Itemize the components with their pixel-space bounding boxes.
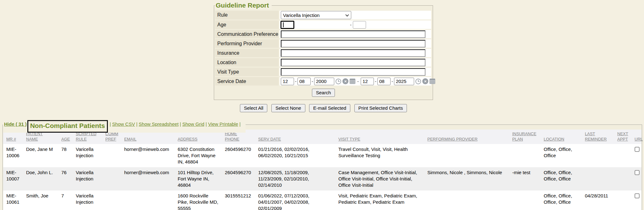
- communication-preference-label: Communication Preference: [215, 30, 279, 38]
- separator: |: [180, 121, 181, 127]
- age-to-input[interactable]: [353, 21, 366, 29]
- show-grid-link[interactable]: Show Grid: [182, 121, 204, 127]
- show-csv-link[interactable]: Show CSV: [112, 121, 135, 127]
- text-caret: [283, 22, 284, 27]
- print-selected-charts-button[interactable]: Print Selected Charts: [354, 104, 407, 112]
- cell-name: Doe, Jane M: [23, 144, 58, 167]
- communication-preference-input[interactable]: [281, 30, 425, 38]
- col-performing-provider[interactable]: PERFORMING PROVIDER: [424, 130, 509, 144]
- cell-rule: Varicella Injection: [73, 191, 102, 210]
- patients-table: MR # PATIENTNAME AGE SCRIPTEDRULE COMMPR…: [3, 130, 641, 210]
- select-all-button[interactable]: Select All: [240, 104, 268, 112]
- separator: |: [110, 121, 111, 127]
- service-date-from-day-input[interactable]: [297, 78, 311, 85]
- visit-type-input[interactable]: [281, 68, 425, 76]
- rule-label: Rule: [215, 11, 279, 19]
- col-last-reminder[interactable]: LASTREMINDER: [582, 130, 614, 144]
- calendar-icon[interactable]: [350, 79, 355, 84]
- age-label: Age: [215, 20, 279, 29]
- table-row: MIE-10061 Smith, Joe 7 Varicella Injecti…: [3, 191, 641, 210]
- cell-last-reminder: [582, 144, 614, 167]
- cell-insurance: [509, 144, 541, 167]
- cell-insurance: -mie test: [509, 167, 541, 191]
- cell-email: horner@mieweb.com: [121, 167, 175, 191]
- cell-age: 76: [58, 167, 73, 191]
- col-location[interactable]: LOCATION: [541, 130, 582, 144]
- col-serv-date[interactable]: SERV DATE: [255, 130, 335, 144]
- cell-last-reminder: [582, 167, 614, 191]
- cell-phone: 2604596270: [222, 167, 255, 191]
- location-label: Location: [215, 58, 279, 67]
- col-visit-type[interactable]: VISIT TYPE: [335, 130, 424, 144]
- cell-comm-pref: [102, 191, 121, 210]
- selection-actions: Select All Select None E-mail Selected P…: [214, 104, 433, 112]
- location-input[interactable]: [281, 59, 425, 66]
- search-button[interactable]: Search: [312, 89, 335, 97]
- insurance-input[interactable]: [281, 49, 425, 57]
- service-date-to-month-input[interactable]: [361, 78, 374, 85]
- cell-address: 1600 Rockville Pike, Rockville MD, 55555: [175, 191, 222, 210]
- cell-visit-type: Case Management, Office Visit-Initial, O…: [335, 167, 424, 191]
- date-dash: -: [391, 79, 393, 84]
- cell-next-appt: [614, 144, 631, 167]
- cell-provider: [424, 144, 509, 167]
- cell-url: [631, 191, 641, 210]
- cell-rule: Varicella Injection: [73, 167, 102, 191]
- service-date-from-month-input[interactable]: [281, 78, 294, 85]
- cell-comm-pref: [102, 167, 121, 191]
- select-patient-checkbox[interactable]: [635, 170, 640, 175]
- patients-legend: Hide ( 31 )Non-Compliant Patients|Show C…: [3, 119, 246, 133]
- select-none-button[interactable]: Select None: [271, 104, 305, 112]
- performing-provider-input[interactable]: [281, 40, 425, 47]
- cell-address: 6302 Constitution Drive, Fort Wayne IN, …: [175, 144, 222, 167]
- service-date-label: Service Date: [215, 77, 279, 86]
- show-spreadsheet-link[interactable]: Show Spreadsheet: [139, 121, 179, 127]
- cell-location: Office, Office, Office, Office: [541, 191, 582, 210]
- cell-email: horner@mieweb.com: [121, 144, 175, 167]
- date-dash: -: [312, 79, 313, 84]
- cell-address: 101 Hilltop Drive, Fort Wayne IN, 46804: [175, 167, 222, 191]
- cell-next-appt: [614, 167, 631, 191]
- date-range-dash: -: [357, 79, 359, 84]
- email-selected-button[interactable]: E-mail Selected: [309, 104, 350, 112]
- cell-serv-date: 01/21/2016, 02/02/2016, 06/02/2020, 10/2…: [255, 144, 335, 167]
- guideline-form-table: Rule Varicella Injection Age - Communica…: [214, 10, 432, 86]
- col-url[interactable]: URL: [631, 130, 641, 144]
- col-next-appt[interactable]: NEXTAPPT: [614, 130, 631, 144]
- clock-icon[interactable]: [336, 79, 341, 84]
- rule-select[interactable]: Varicella Injection: [281, 11, 351, 19]
- cell-insurance: [509, 191, 541, 210]
- age-range-dash: -: [350, 22, 352, 27]
- form-legend: Guideline Report: [215, 1, 272, 9]
- col-insurance-plan[interactable]: INSURANCEPLAN: [509, 130, 541, 144]
- table-row: MIE-10006 Doe, Jane M 78 Varicella Injec…: [3, 144, 641, 167]
- section-title: Non-Compliant Patients: [30, 122, 105, 129]
- cell-provider: Simmons, Nicole , Simmons, Nicole: [424, 167, 509, 191]
- cell-name: Smith, Joe: [23, 191, 58, 210]
- separator: |: [239, 121, 241, 127]
- hide-link[interactable]: Hide ( 31 ): [4, 121, 27, 127]
- cell-phone: 3015551212: [222, 191, 255, 210]
- service-date-to-year-input[interactable]: [394, 78, 414, 85]
- cell-next-appt: [614, 191, 631, 210]
- visit-type-label: Visit Type: [215, 68, 279, 76]
- view-printable-link[interactable]: View Printable: [208, 121, 238, 127]
- select-patient-checkbox[interactable]: [635, 193, 640, 198]
- cell-last-reminder: 04/28/2011: [582, 191, 614, 210]
- select-patient-checkbox[interactable]: [635, 147, 640, 152]
- performing-provider-label: Performing Provider: [215, 39, 279, 48]
- clear-date-icon[interactable]: ×: [342, 78, 348, 84]
- service-date-from-year-input[interactable]: [314, 78, 334, 85]
- service-date-to-day-input[interactable]: [377, 78, 391, 85]
- separator: |: [206, 121, 207, 127]
- date-dash: -: [295, 79, 297, 84]
- cell-location: Office, Office, Office: [541, 144, 582, 167]
- cell-provider: [424, 191, 509, 210]
- date-dash: -: [375, 79, 376, 84]
- clear-date-icon[interactable]: ×: [422, 78, 428, 84]
- highlight-box: Non-Compliant Patients: [27, 120, 108, 133]
- clock-icon[interactable]: [415, 79, 421, 84]
- calendar-icon[interactable]: [430, 79, 435, 84]
- cell-phone: 2604596270: [222, 144, 255, 167]
- cell-visit-type: Visit, Pediatric Exam, Pediatric Exam, P…: [335, 191, 424, 210]
